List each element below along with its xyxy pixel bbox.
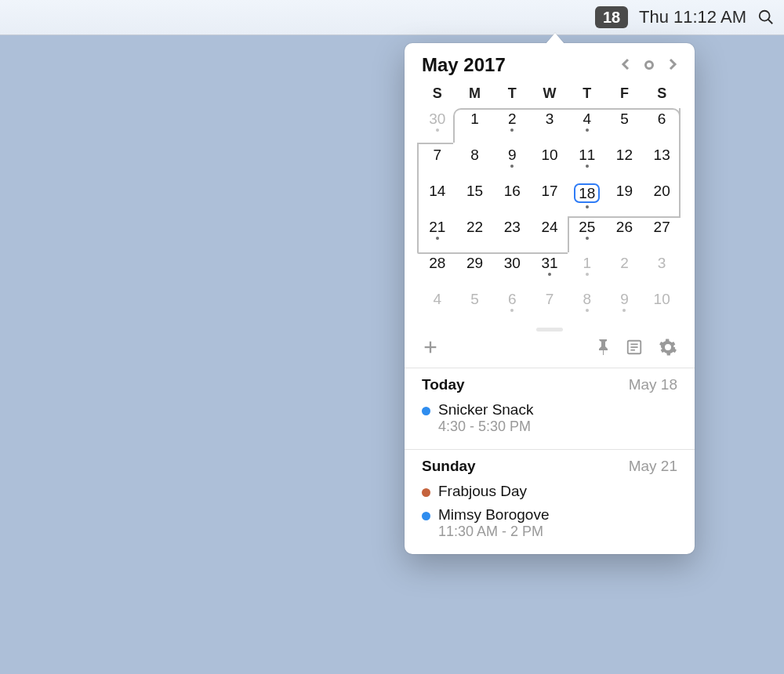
day-cell[interactable]: 1 — [456, 107, 494, 143]
day-cell[interactable]: 27 — [643, 215, 681, 251]
day-cell[interactable]: 25 — [568, 215, 606, 251]
event-indicator-dot — [586, 205, 589, 208]
day-number: 7 — [546, 292, 554, 306]
day-cell[interactable]: 31 — [531, 251, 568, 287]
day-number: 28 — [429, 255, 445, 270]
day-cell[interactable]: 11 — [568, 143, 606, 179]
day-cell[interactable]: 7 — [419, 143, 456, 179]
day-number: 8 — [583, 292, 591, 306]
pin-button[interactable] — [596, 339, 610, 355]
day-cell[interactable]: 20 — [643, 179, 681, 215]
day-number: 9 — [620, 292, 629, 306]
day-cell[interactable]: 2 — [493, 107, 531, 143]
day-cell[interactable]: 5 — [606, 107, 644, 143]
day-cell[interactable]: 18 — [568, 179, 606, 215]
day-number: 12 — [616, 147, 633, 162]
day-cell[interactable]: 8 — [568, 287, 606, 323]
chevron-right-icon — [668, 58, 677, 71]
day-number: 15 — [466, 183, 483, 198]
day-cell[interactable]: 30 — [493, 251, 531, 287]
go-to-today-button[interactable] — [644, 60, 654, 70]
menubar-calendar-item[interactable]: 18 — [595, 6, 628, 28]
day-number: 22 — [466, 219, 483, 234]
day-number: 5 — [620, 111, 629, 126]
day-cell[interactable]: 29 — [456, 251, 494, 287]
day-cell[interactable]: 5 — [456, 287, 494, 323]
day-cell[interactable]: 21 — [419, 215, 456, 251]
day-cell[interactable]: 24 — [531, 215, 568, 251]
day-cell[interactable]: 15 — [456, 179, 494, 215]
event-title: Snicker Snack — [438, 401, 533, 419]
weekday-label: T — [568, 85, 606, 102]
day-cell[interactable]: 19 — [606, 179, 644, 215]
agenda-button[interactable] — [626, 339, 643, 356]
day-cell[interactable]: 23 — [493, 215, 531, 251]
day-cell[interactable]: 9 — [606, 287, 644, 323]
day-number: 24 — [541, 219, 557, 234]
weekday-label: S — [419, 85, 456, 102]
day-cell[interactable]: 7 — [531, 287, 568, 323]
day-cell[interactable]: 13 — [643, 143, 681, 179]
day-cell[interactable]: 10 — [531, 143, 568, 179]
day-cell[interactable]: 12 — [606, 143, 644, 179]
agenda-section: TodayMay 18Snicker Snack4:30 - 5:30 PM — [405, 368, 695, 449]
day-number: 1 — [583, 255, 591, 270]
day-cell[interactable]: 4 — [568, 107, 606, 143]
weekday-label: M — [456, 85, 494, 102]
svg-line-1 — [768, 20, 773, 24]
day-number: 25 — [579, 219, 595, 234]
day-cell[interactable]: 9 — [493, 143, 531, 179]
agenda-section-title: Today — [422, 376, 465, 393]
menubar-clock[interactable]: Thu 11:12 AM — [639, 7, 746, 27]
event-color-dot — [422, 488, 430, 497]
spotlight-search-icon[interactable] — [757, 9, 775, 26]
day-number: 6 — [658, 111, 666, 126]
agenda-event[interactable]: Snicker Snack4:30 - 5:30 PM — [422, 398, 677, 438]
next-month-button[interactable] — [668, 57, 677, 73]
add-event-button[interactable] — [422, 339, 439, 356]
day-cell[interactable]: 6 — [493, 287, 531, 323]
day-cell[interactable]: 16 — [493, 179, 531, 215]
agenda-section-title: Sunday — [422, 458, 476, 475]
day-number: 1 — [470, 111, 479, 126]
day-cell[interactable]: 3 — [531, 107, 568, 143]
day-number: 26 — [616, 219, 633, 234]
day-cell[interactable]: 14 — [419, 179, 456, 215]
day-cell[interactable]: 22 — [456, 215, 494, 251]
event-indicator-dot — [586, 237, 589, 240]
menubar-date-number: 18 — [603, 9, 620, 27]
agenda-event[interactable]: Mimsy Borogove11:30 AM - 2 PM — [422, 503, 677, 543]
day-number: 13 — [654, 147, 670, 162]
prev-month-button[interactable] — [621, 57, 630, 73]
event-indicator-dot — [510, 309, 514, 312]
day-number: 10 — [541, 147, 557, 162]
menubar: 18 Thu 11:12 AM — [0, 0, 784, 35]
weekday-label: S — [643, 85, 681, 102]
event-color-dot — [422, 512, 430, 520]
day-cell[interactable]: 28 — [419, 251, 456, 287]
event-color-dot — [422, 407, 430, 415]
day-number: 17 — [541, 183, 557, 198]
day-cell[interactable]: 2 — [606, 251, 644, 287]
day-number: 2 — [508, 111, 517, 126]
day-cell[interactable]: 17 — [531, 179, 568, 215]
agenda-event[interactable]: Frabjous Day — [422, 480, 677, 503]
day-cell[interactable]: 1 — [568, 251, 606, 287]
resize-handle[interactable] — [536, 328, 563, 332]
event-indicator-dot — [586, 273, 589, 276]
day-cell[interactable]: 3 — [643, 251, 681, 287]
day-cell[interactable]: 8 — [456, 143, 494, 179]
settings-button[interactable] — [659, 338, 677, 357]
day-cell[interactable]: 6 — [643, 107, 681, 143]
day-cell[interactable]: 30 — [419, 107, 456, 143]
agenda-section-date: May 21 — [629, 458, 677, 475]
day-cell[interactable]: 10 — [643, 287, 681, 323]
day-number: 30 — [504, 255, 521, 270]
popover-arrow — [546, 33, 564, 44]
chevron-left-icon — [621, 58, 630, 71]
day-cell[interactable]: 4 — [419, 287, 456, 323]
day-number: 10 — [654, 292, 670, 306]
weekday-label: T — [493, 85, 531, 102]
day-cell[interactable]: 26 — [606, 215, 644, 251]
plus-icon — [422, 339, 439, 356]
